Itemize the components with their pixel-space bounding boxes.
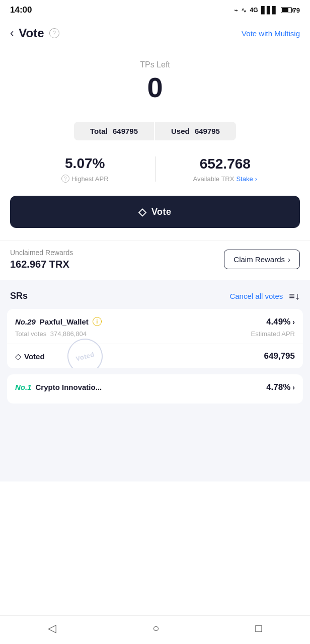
voted-row: ◇ Voted xyxy=(15,352,45,361)
wifi-icon: ∿ xyxy=(241,6,247,14)
help-button[interactable]: ? xyxy=(49,28,59,38)
sr-apr-chevron: › xyxy=(292,318,295,326)
sr-apr-value: 4.49% xyxy=(266,317,290,327)
page-header: ‹ Vote ? Vote with Multisig xyxy=(0,18,310,45)
sr-card-paxful: No.29 Paxful_Wallet i Total votes 374,88… xyxy=(7,309,303,368)
apr-value: 5.07% xyxy=(20,155,150,172)
used-label: Used xyxy=(171,127,190,135)
back-button[interactable]: ‹ xyxy=(10,27,14,40)
trx-label: Available TRX Stake › xyxy=(161,175,290,183)
header-left: ‹ Vote ? xyxy=(10,26,59,40)
trx-stat: 652.768 Available TRX Stake › xyxy=(161,156,290,183)
sr-apr-chevron-2: › xyxy=(292,383,295,391)
bottom-nav: ◁ ○ □ xyxy=(0,615,310,644)
claim-button-label: Claim Rewards xyxy=(234,255,285,264)
total-label: Total xyxy=(90,127,108,135)
multisig-link[interactable]: Vote with Multisig xyxy=(242,29,300,38)
pills-row: Total 649795 Used 649795 xyxy=(10,122,300,140)
stats-row: 5.07% ? Highest APR 652.768 Available TR… xyxy=(5,150,305,193)
srs-section: SRs Cancel all votes ≡↓ No.29 Paxful_Wal… xyxy=(0,280,310,481)
apr-help-icon[interactable]: ? xyxy=(61,175,69,183)
sr-card-left: No.29 Paxful_Wallet i Total votes 374,88… xyxy=(15,317,102,338)
sr-number: No.29 xyxy=(15,317,36,326)
stake-link[interactable]: Stake xyxy=(236,175,253,183)
sr-total-votes: Total votes 374,886,804 xyxy=(15,330,102,338)
sr-name: Paxful_Wallet xyxy=(40,317,89,326)
tps-value: 0 xyxy=(10,73,300,102)
home-nav-icon[interactable]: ○ xyxy=(152,622,159,635)
sort-icon[interactable]: ≡↓ xyxy=(289,290,300,302)
status-time: 14:00 xyxy=(10,5,32,15)
rewards-info: Unclaimed Rewards 162.967 TRX xyxy=(10,249,73,270)
srs-title: SRs xyxy=(10,291,28,301)
sr-card-right: 4.49% › Estimated APR xyxy=(251,317,295,338)
total-pill: Total 649795 xyxy=(74,122,154,140)
used-pill: Used 649795 xyxy=(155,122,236,140)
apr-label-text: Highest APR xyxy=(71,175,109,183)
recents-nav-icon[interactable]: □ xyxy=(255,622,262,635)
stat-divider xyxy=(155,156,156,182)
battery-level: 79 xyxy=(293,7,300,14)
apr-label: ? Highest APR xyxy=(20,175,150,183)
page-title: Vote xyxy=(19,26,44,40)
tps-section: TPs Left 0 xyxy=(0,45,310,117)
vote-button[interactable]: ◇ Vote xyxy=(10,196,300,228)
voted-stamp-text: Voted xyxy=(75,350,95,362)
sr-card-top: No.29 Paxful_Wallet i Total votes 374,88… xyxy=(7,309,303,344)
sr-card-crypto: No.1 Crypto Innovatio... 4.78% › xyxy=(7,374,303,404)
vote-button-icon: ◇ xyxy=(138,206,146,218)
srs-header: SRs Cancel all votes ≡↓ xyxy=(0,280,310,309)
question-icon: ? xyxy=(52,30,56,37)
signal-bars-icon: ▋▋▋ xyxy=(261,6,278,14)
used-value: 649795 xyxy=(195,127,220,135)
sr-apr-value-2: 4.78% xyxy=(266,382,290,392)
sr-apr-2[interactable]: 4.78% › xyxy=(266,382,295,392)
srs-actions: Cancel all votes ≡↓ xyxy=(229,290,300,302)
signal-icon: 4G xyxy=(250,7,258,14)
apr-stat: 5.07% ? Highest APR xyxy=(20,155,150,183)
tps-label: TPs Left xyxy=(10,60,300,69)
rewards-label: Unclaimed Rewards xyxy=(10,249,73,257)
claim-rewards-button[interactable]: Claim Rewards › xyxy=(224,250,300,269)
sr-card-bottom: ◇ Voted Voted 649,795 xyxy=(7,344,303,368)
cancel-all-votes-button[interactable]: Cancel all votes xyxy=(229,292,283,300)
sr-card-partial-top: No.1 Crypto Innovatio... 4.78% › xyxy=(7,374,303,404)
back-nav-icon[interactable]: ◁ xyxy=(48,622,56,635)
stake-chevron-icon: › xyxy=(255,175,257,183)
battery-indicator: 79 xyxy=(281,7,300,14)
sr-name-row-2: No.1 Crypto Innovatio... xyxy=(15,383,102,391)
sr-name-row: No.29 Paxful_Wallet i xyxy=(15,317,102,326)
trx-value: 652.768 xyxy=(161,156,290,172)
battery-icon xyxy=(281,7,292,13)
sr-apr[interactable]: 4.49% › xyxy=(251,317,295,327)
trx-label-text: Available TRX xyxy=(193,175,235,183)
sr-number-2: No.1 xyxy=(15,383,32,391)
voted-icon: ◇ xyxy=(15,352,21,361)
vote-button-label: Vote xyxy=(151,207,172,217)
sr-info-icon[interactable]: i xyxy=(93,317,102,326)
bluetooth-icon: ⌁ xyxy=(234,6,238,14)
claim-chevron-icon: › xyxy=(288,255,290,264)
status-bar: 14:00 ⌁ ∿ 4G ▋▋▋ 79 xyxy=(0,0,310,18)
total-votes-value: 374,886,804 xyxy=(50,330,87,338)
rewards-amount: 162.967 TRX xyxy=(10,259,73,270)
sr-name-2: Crypto Innovatio... xyxy=(36,383,102,391)
voted-amount: 649,795 xyxy=(264,351,295,361)
voted-label: Voted xyxy=(24,352,45,361)
total-votes-label: Total votes xyxy=(15,330,46,338)
rewards-section: Unclaimed Rewards 162.967 TRX Claim Rewa… xyxy=(0,240,310,280)
sr-apr-label: Estimated APR xyxy=(251,330,295,338)
status-icons: ⌁ ∿ 4G ▋▋▋ 79 xyxy=(234,6,300,14)
total-value: 649795 xyxy=(113,127,138,135)
